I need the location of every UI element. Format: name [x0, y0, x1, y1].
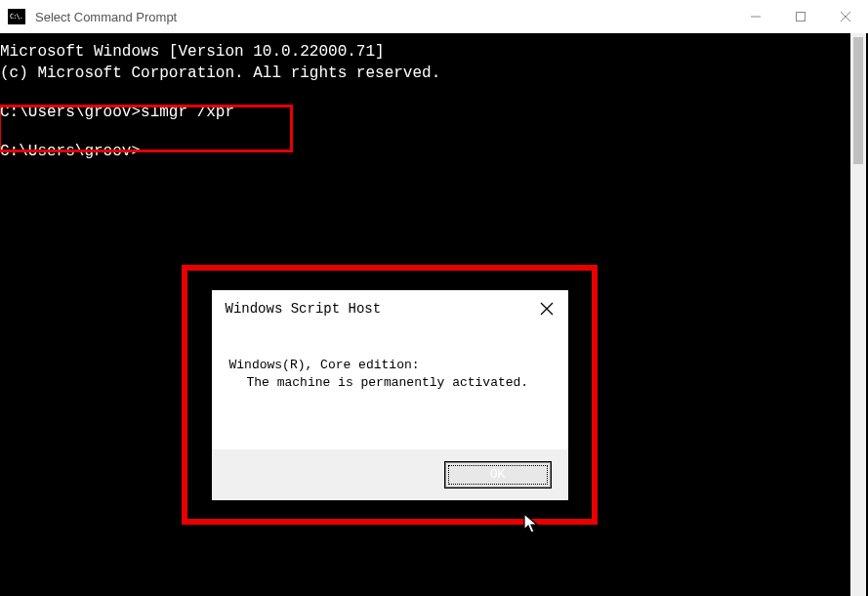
- cmd-icon-text: C:\.: [10, 13, 22, 21]
- close-icon: [840, 11, 851, 22]
- minimize-icon: [750, 11, 762, 22]
- dialog-highlight-box: Windows Script Host Windows(R), Core edi…: [182, 265, 598, 525]
- ok-button[interactable]: OK: [445, 462, 551, 488]
- window-title: Select Command Prompt: [35, 10, 177, 24]
- minimize-button[interactable]: [733, 0, 778, 33]
- dialog-footer: OK: [212, 449, 568, 500]
- dialog-message-line1: Windows(R), Core edition:: [229, 357, 551, 374]
- console-prompt-command: C:\Users\groov>slmgr /xpr: [0, 102, 868, 123]
- console-prompt-empty: C:\Users\groov>: [0, 141, 868, 162]
- dialog-title: Windows Script Host: [226, 298, 382, 319]
- window-controls: [733, 0, 868, 33]
- console-line-version: Microsoft Windows [Version 10.0.22000.71…: [0, 41, 868, 63]
- dialog-titlebar[interactable]: Windows Script Host: [212, 290, 568, 327]
- scrollbar-thumb[interactable]: [853, 37, 863, 164]
- cmd-icon: C:\.: [8, 9, 25, 24]
- close-icon: [540, 302, 554, 316]
- dialog-window: Windows Script Host Windows(R), Core edi…: [212, 290, 568, 500]
- prompt-path: C:\Users\groov>: [0, 104, 141, 121]
- dialog-close-button[interactable]: [525, 290, 568, 327]
- dialog-message-line2: The machine is permanently activated.: [229, 374, 551, 392]
- prompt-path-2: C:\Users\groov>: [0, 143, 141, 160]
- window-titlebar: C:\. Select Command Prompt: [0, 0, 868, 33]
- ok-button-label: OK: [490, 464, 506, 486]
- console-area[interactable]: Microsoft Windows [Version 10.0.22000.71…: [0, 33, 868, 596]
- dialog-body: Windows(R), Core edition: The machine is…: [212, 327, 568, 449]
- prompt-command: slmgr /xpr: [141, 104, 234, 121]
- svg-rect-1: [797, 13, 806, 21]
- maximize-icon: [795, 11, 806, 22]
- close-button[interactable]: [823, 0, 868, 33]
- console-line-copyright: (c) Microsoft Corporation. All rights re…: [0, 63, 868, 84]
- maximize-button[interactable]: [778, 0, 823, 33]
